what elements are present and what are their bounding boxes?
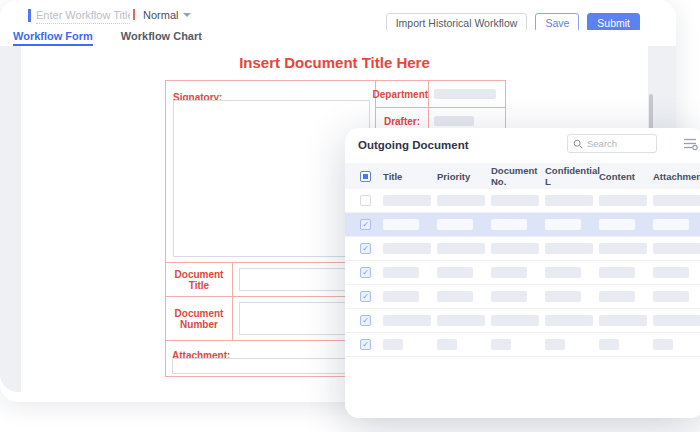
column-header: Confidential L [545,165,599,187]
cell-placeholder [437,219,473,230]
document-title-heading: Insert Document Title Here [21,54,648,71]
document-number-label-cell: Document Number [165,296,233,341]
column-header: Document No. [491,165,545,187]
drafter-value-placeholder [434,116,474,126]
cell-placeholder [437,195,485,206]
cell-placeholder [383,243,431,254]
table-row[interactable] [345,261,700,285]
select-all-checkbox[interactable] [360,171,371,182]
tabbar: Workflow Form Workflow Chart [0,30,676,46]
filter-icon[interactable] [683,136,699,151]
table-row[interactable] [345,237,700,261]
outgoing-document-panel: Outgoing Document TitlePriorityDocument … [345,128,700,418]
table-row[interactable] [345,285,700,309]
cell-placeholder [491,291,527,302]
cell-placeholder [545,195,593,206]
document-title-label-cell: Document Title [165,262,233,297]
column-header: Priority [437,171,491,182]
row-checkbox[interactable] [360,267,371,278]
caret-down-icon [183,13,191,17]
column-header: Title [383,171,437,182]
outgoing-table-body [345,189,700,357]
cell-placeholder [545,267,581,278]
row-checkbox[interactable] [360,339,371,350]
cell-placeholder [653,339,673,350]
title-accent-bar [28,9,31,22]
cell-placeholder [383,267,419,278]
search-box[interactable] [567,134,657,153]
cell-placeholder [653,243,700,254]
cell-placeholder [491,195,539,206]
cell-placeholder [545,315,593,326]
column-header: Attachment [653,171,700,182]
cell-placeholder [545,219,581,230]
topbar: Normal Import Historical Workflow Save S… [0,0,676,30]
signatory-textarea[interactable] [173,100,370,257]
cell-placeholder [491,219,527,230]
table-row[interactable] [345,189,700,213]
cell-placeholder [383,195,431,206]
workflow-title-input[interactable] [36,6,130,24]
search-input[interactable] [587,138,647,149]
cell-placeholder [437,243,485,254]
department-value-cell [428,80,506,108]
cell-placeholder [437,291,473,302]
cell-placeholder [383,315,431,326]
tab-workflow-form[interactable]: Workflow Form [13,30,93,46]
priority-value: Normal [143,9,178,21]
cell-placeholder [545,339,565,350]
cell-placeholder [383,291,419,302]
cell-placeholder [491,243,539,254]
department-label: Department: [373,89,432,100]
cell-placeholder [653,291,689,302]
column-header: Content [599,171,653,182]
required-mark [133,9,135,20]
panel-header: Outgoing Document [345,128,700,163]
department-label-cell: Department: [375,80,429,108]
cell-placeholder [545,243,593,254]
cell-placeholder [491,267,527,278]
cell-placeholder [653,267,689,278]
cell-placeholder [383,339,403,350]
cell-placeholder [491,339,511,350]
screen: Normal Import Historical Workflow Save S… [0,0,700,432]
row-checkbox[interactable] [360,219,371,230]
row-checkbox[interactable] [360,195,371,206]
table-row[interactable] [345,333,700,357]
table-row[interactable] [345,213,700,237]
cell-placeholder [599,195,647,206]
panel-title: Outgoing Document [358,139,469,151]
outgoing-table-header: TitlePriorityDocument No.Confidential LC… [345,163,700,189]
cell-placeholder [599,315,647,326]
cell-placeholder [653,219,689,230]
document-number-label: Document Number [166,308,232,330]
cell-placeholder [545,291,581,302]
cell-placeholder [491,315,539,326]
row-checkbox[interactable] [360,243,371,254]
search-icon [573,139,583,149]
cell-placeholder [383,219,419,230]
cell-placeholder [599,267,635,278]
row-checkbox[interactable] [360,315,371,326]
cell-placeholder [599,291,635,302]
priority-dropdown[interactable]: Normal [143,6,191,24]
cell-placeholder [437,339,457,350]
row-checkbox[interactable] [360,291,371,302]
cell-placeholder [599,219,635,230]
cell-placeholder [599,243,647,254]
cell-placeholder [653,195,700,206]
drafter-label: Drafter: [384,116,420,127]
cell-placeholder [437,267,473,278]
document-title-label: Document Title [166,269,232,291]
department-value-placeholder [434,89,496,99]
table-row[interactable] [345,309,700,333]
tab-workflow-chart[interactable]: Workflow Chart [121,30,202,46]
cell-placeholder [437,315,485,326]
cell-placeholder [653,315,700,326]
cell-placeholder [599,339,619,350]
